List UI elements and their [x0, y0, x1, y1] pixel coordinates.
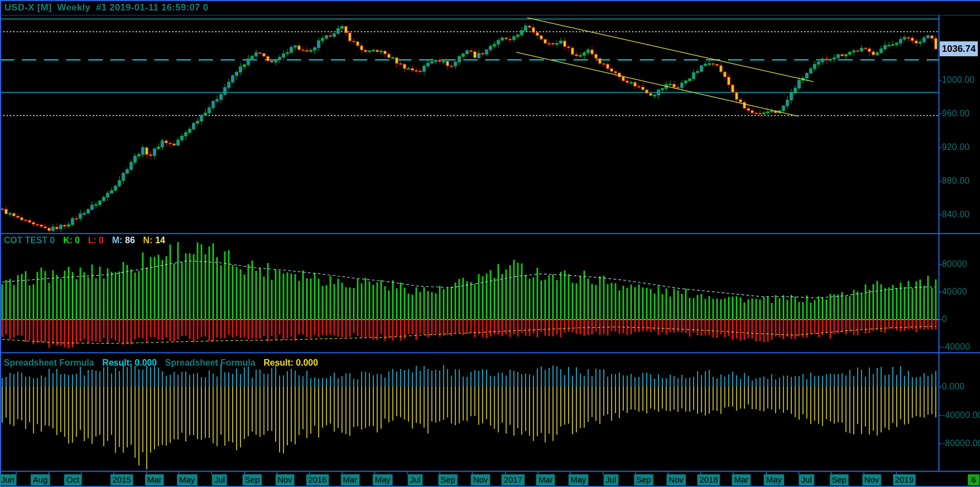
spreadsheet-name-1: Spreadsheet Formula [4, 358, 94, 368]
time-axis-label: 2016 [306, 474, 329, 485]
time-axis-label: Jul [408, 474, 422, 485]
time-axis-label: Jul [212, 474, 227, 485]
axis-tick-label: 40000 [942, 287, 967, 297]
spreadsheet-result-2: Result: 0.000 [264, 358, 318, 368]
time-axis-label: 2019 [893, 474, 915, 485]
last-price-box: 1036.74 [940, 41, 978, 56]
cot-study-name: COT TEST 0 [4, 236, 55, 245]
time-axis-label: Oct [65, 474, 82, 485]
cot-m-label: M: [112, 236, 122, 245]
time-axis-label: Mar [145, 474, 164, 485]
cot-study-label-row: COT TEST 0 K: 0 L: 0 M: 86 N: 14 [4, 236, 165, 245]
time-axis-label: 2018 [697, 474, 720, 485]
time-axis-label: Nov [275, 474, 294, 485]
cot-l-value: L: 0 [88, 236, 104, 245]
time-axis-label: Sep [243, 474, 262, 485]
spreadsheet-result-1: Result: 0.000 [103, 358, 157, 368]
time-axis-label: Sep [438, 474, 458, 485]
axis-tick-label: 0 [942, 314, 947, 324]
time-axis-label: 2015 [110, 474, 133, 485]
axis-tick-label: 80000 [942, 259, 967, 269]
time-axis-label: May [764, 474, 784, 485]
time-axis-label: May [568, 474, 588, 485]
time-axis-label: Sep [634, 474, 653, 485]
cot-k-value: K: 0 [63, 236, 79, 245]
time-axis-label: Sep [829, 474, 849, 485]
time-axis-label: 2017 [502, 474, 524, 485]
chart-window: USD-X [M] Weekly #1 2019-01-11 16:59:07 … [0, 0, 980, 487]
time-axis-label: Mar [732, 474, 751, 485]
time-axis-label: Mar [341, 474, 360, 485]
cot-n-label: N: [143, 236, 153, 245]
time-axis-label: Nov [862, 474, 881, 485]
cot-n-value: 14 [155, 236, 165, 245]
axis-tick-label: 0.000 [942, 382, 965, 392]
time-axis-label: Jun [0, 474, 17, 485]
time-axis-label: May [177, 474, 197, 485]
spreadsheet-name-2: Spreadsheet Formula [165, 358, 255, 368]
time-axis-label: Mar [537, 474, 555, 485]
time-axis-label: Aug [31, 474, 50, 485]
bar-count-box: 6 [968, 474, 979, 485]
axis-tick-label: 960.00 [942, 109, 970, 119]
chart-title: USD-X [M] Weekly #1 2019-01-11 16:59:07 … [4, 2, 208, 13]
cot-m-value: 86 [125, 236, 135, 245]
axis-tick-label: -40000 [942, 342, 970, 352]
axis-tick-label: 840.00 [942, 210, 970, 220]
axis-tick-label: 1000.00 [942, 75, 974, 85]
time-axis-label: Jul [799, 474, 814, 485]
spreadsheet-study-label-row: Spreadsheet Formula Result: 0.000 Spread… [4, 358, 318, 368]
time-axis-label: Jul [603, 474, 618, 485]
time-axis-label: Nov [667, 474, 686, 485]
axis-tick-label: -80000.000 [942, 438, 980, 448]
time-axis-label: May [373, 474, 393, 485]
axis-tick-label: 920.00 [942, 142, 970, 152]
time-axis-label: Nov [471, 474, 490, 485]
axis-tick-label: -40000.000 [942, 410, 980, 420]
axis-tick-label: 880.00 [942, 176, 970, 186]
